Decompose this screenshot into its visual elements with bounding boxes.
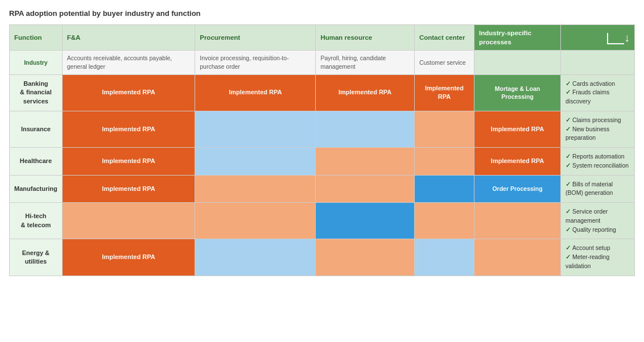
cell-hitech-hr [316, 203, 414, 239]
cell-healthcare-side: Reports automation System reconciliation [561, 148, 635, 176]
cell-energy-procurement [195, 239, 316, 276]
industry-procurement: Invoice processing, requisition-to-purch… [195, 51, 316, 74]
cell-manufacturing-hr [316, 175, 414, 203]
row-label-healthcare: Healthcare [10, 148, 63, 176]
cell-banking-hr: Implemented RPA [316, 74, 414, 111]
header-row: Function F&A Procurement Human resource … [10, 25, 635, 51]
page-title: RPA adoption potential by buyer industry… [9, 9, 635, 18]
cell-insurance-contact [414, 111, 474, 147]
cell-energy-contact [414, 239, 474, 276]
cell-hitech-fa [62, 203, 195, 239]
industry-contact: Customer service [414, 51, 474, 74]
col-header-hr: Human resource [316, 25, 414, 51]
row-label-hitech: Hi-tech & telecom [10, 203, 63, 239]
cell-hitech-industry [474, 203, 561, 239]
cell-healthcare-fa: Implemented RPA [62, 148, 195, 176]
cell-hitech-procurement [195, 203, 316, 239]
main-table: Function F&A Procurement Human resource … [9, 24, 635, 276]
industry-hr: Payroll, hiring, candidate management [316, 51, 414, 74]
row-label-manufacturing: Manufacturing [10, 175, 63, 203]
row-energy: Energy & utilities Implemented RPA Accou… [10, 239, 635, 276]
col-header-industry-specific: Industry-specific processes [474, 25, 561, 51]
cell-insurance-fa: Implemented RPA [62, 111, 195, 147]
cell-hitech-side: Service order management Quality reporti… [561, 203, 635, 239]
cell-energy-industry [474, 239, 561, 276]
industry-label: Industry [10, 51, 63, 74]
col-header-fa: F&A [62, 25, 195, 51]
cell-manufacturing-contact [414, 175, 474, 203]
cell-manufacturing-industry: Order Processing [474, 175, 561, 203]
cell-insurance-side: Claims processing New business preparati… [561, 111, 635, 147]
cell-hitech-contact [414, 203, 474, 239]
cell-manufacturing-procurement [195, 175, 316, 203]
industry-side [561, 51, 635, 74]
row-label-energy: Energy & utilities [10, 239, 63, 276]
col-header-arrow: ↓ [561, 25, 635, 51]
cell-energy-fa: Implemented RPA [62, 239, 195, 276]
cell-banking-fa: Implemented RPA [62, 74, 195, 111]
row-hitech: Hi-tech & telecom Service order manageme… [10, 203, 635, 239]
cell-healthcare-contact [414, 148, 474, 176]
cell-insurance-industry: Implemented RPA [474, 111, 561, 147]
cell-insurance-procurement [195, 111, 316, 147]
col-header-function: Function [10, 25, 63, 51]
row-banking: Banking & financial services Implemented… [10, 74, 635, 111]
cell-manufacturing-fa: Implemented RPA [62, 175, 195, 203]
cell-energy-hr [316, 239, 414, 276]
row-label-banking: Banking & financial services [10, 74, 63, 111]
cell-healthcare-industry: Implemented RPA [474, 148, 561, 176]
col-header-procurement: Procurement [195, 25, 316, 51]
industry-descriptor-row: Industry Accounts receivable, accounts p… [10, 51, 635, 74]
cell-energy-side: Account setup Meter-reading validation [561, 239, 635, 276]
cell-banking-side: Cards activation Frauds claims discovery [561, 74, 635, 111]
row-label-insurance: Insurance [10, 111, 63, 147]
cell-insurance-hr [316, 111, 414, 147]
cell-healthcare-hr [316, 148, 414, 176]
row-insurance: Insurance Implemented RPA Implemented RP… [10, 111, 635, 147]
cell-banking-contact: Implemented RPA [414, 74, 474, 111]
cell-banking-industry: Mortage & Loan Processing [474, 74, 561, 111]
row-manufacturing: Manufacturing Implemented RPA Order Proc… [10, 175, 635, 203]
row-healthcare: Healthcare Implemented RPA Implemented R… [10, 148, 635, 176]
cell-healthcare-procurement [195, 148, 316, 176]
industry-fa: Accounts receivable, accounts payable, g… [62, 51, 195, 74]
cell-manufacturing-side: Bills of material (BOM) generation [561, 175, 635, 203]
col-header-contact: Contact center [414, 25, 474, 51]
industry-industry-specific [474, 51, 561, 74]
cell-banking-procurement: Implemented RPA [195, 74, 316, 111]
